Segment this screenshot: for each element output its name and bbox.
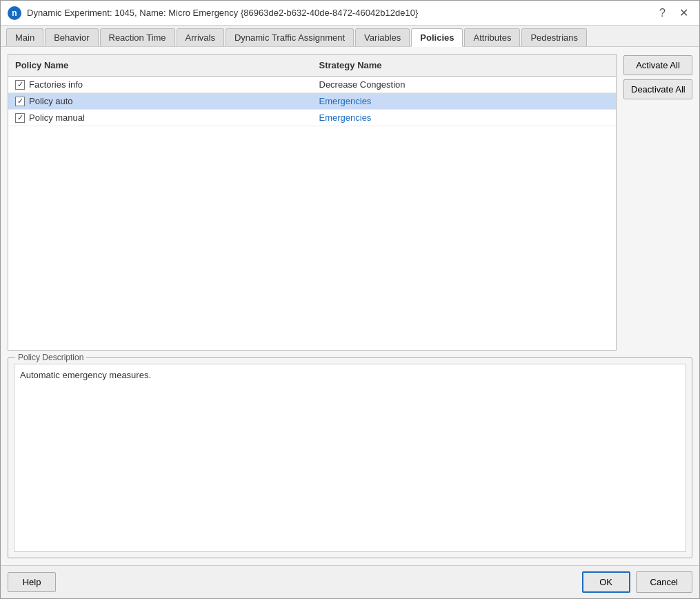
bottom-right-buttons: OK Cancel [582,571,692,593]
description-legend: Policy Description [15,353,86,362]
policy-name-cell: Policy auto [8,93,312,109]
table-row[interactable]: Policy manual Emergencies [8,110,616,126]
policy-checkbox[interactable] [15,97,25,106]
content-area: Policy Name Strategy Name Factories info… [1,47,699,565]
strategy-name-cell: Emergencies [312,93,617,109]
policies-top: Policy Name Strategy Name Factories info… [8,54,692,351]
cancel-button[interactable]: Cancel [636,571,692,593]
description-panel: Policy Description Automatic emergency m… [8,357,692,558]
title-bar-right: ? ✕ [655,6,692,20]
close-title-button[interactable]: ✕ [675,6,692,20]
strategy-name-cell: Decrease Congestion [312,77,617,92]
description-textarea[interactable]: Automatic emergency measures. [14,364,686,552]
policy-name-label: Policy auto [29,96,73,106]
column-header-strategy: Strategy Name [312,57,617,73]
deactivate-all-button[interactable]: Deactivate All [623,79,692,99]
tab-behavior[interactable]: Behavior [45,28,98,46]
tab-policies[interactable]: Policies [411,28,463,47]
main-window: n Dynamic Experiment: 1045, Name: Micro … [0,0,700,599]
activate-all-button[interactable]: Activate All [623,55,692,75]
policies-table-panel: Policy Name Strategy Name Factories info… [8,54,617,351]
policy-name-cell: Factories info [8,77,312,92]
policy-name-label: Factories info [29,79,83,90]
table-row[interactable]: Policy auto Emergencies [8,93,616,110]
table-row[interactable]: Factories info Decrease Congestion [8,77,616,93]
column-header-policy: Policy Name [8,57,312,73]
tab-reaction-time[interactable]: Reaction Time [100,28,175,46]
tab-dynamic-traffic[interactable]: Dynamic Traffic Assignment [226,28,354,46]
tab-main[interactable]: Main [6,28,43,46]
bottom-left-buttons: Help [8,572,56,592]
policy-name-label: Policy manual [29,112,85,123]
app-icon: n [8,6,21,20]
ok-button[interactable]: OK [582,571,630,593]
tab-pedestrians[interactable]: Pedestrians [521,28,587,46]
tab-attributes[interactable]: Attributes [464,28,520,46]
tab-variables[interactable]: Variables [355,28,410,46]
tab-arrivals[interactable]: Arrivals [177,28,224,46]
title-bar: n Dynamic Experiment: 1045, Name: Micro … [1,1,699,26]
help-title-button[interactable]: ? [655,6,670,20]
table-header: Policy Name Strategy Name [8,55,616,77]
table-body: Factories info Decrease Congestion Polic… [8,77,616,350]
bottom-bar: Help OK Cancel [1,565,699,598]
side-buttons: Activate All Deactivate All [623,54,692,351]
title-bar-left: n Dynamic Experiment: 1045, Name: Micro … [8,6,418,20]
strategy-name-cell: Emergencies [312,110,617,126]
help-button[interactable]: Help [8,572,56,592]
policy-checkbox[interactable] [15,113,25,123]
policy-name-cell: Policy manual [8,110,312,126]
policy-checkbox[interactable] [15,80,25,90]
window-title: Dynamic Experiment: 1045, Name: Micro Em… [27,8,418,18]
tabs-bar: Main Behavior Reaction Time Arrivals Dyn… [1,26,699,47]
